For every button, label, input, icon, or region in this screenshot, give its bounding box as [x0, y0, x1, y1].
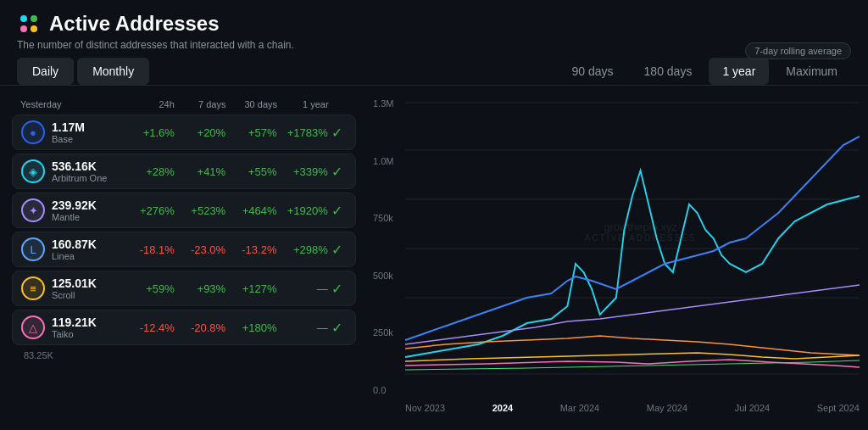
x-label: Mar 2024 — [560, 403, 599, 413]
chart-section: 1.3M1.0M750k500k250k0.0 — [364, 94, 868, 416]
app-icon — [17, 12, 41, 36]
table-row[interactable]: △ 119.21K Taiko -12.4% -20.8% +180% — ✓ — [12, 310, 356, 345]
time-tab-group: 90 days 180 days 1 year Maximum — [559, 58, 851, 85]
watermark: growthepie.xyz ACTIVE ADDRESSES — [585, 221, 697, 243]
table-row[interactable]: ◈ 536.16K Arbitrum One +28% +41% +55% +3… — [12, 154, 356, 189]
check-icon[interactable]: ✓ — [328, 320, 347, 336]
header: Active Addresses — [0, 0, 868, 39]
x-label: May 2024 — [647, 403, 687, 413]
check-icon[interactable]: ✓ — [328, 242, 347, 258]
chart-container: 1.3M1.0M750k500k250k0.0 — [373, 94, 860, 399]
y-label: 1.3M — [373, 98, 405, 109]
check-icon[interactable]: ✓ — [328, 125, 347, 141]
time-1year[interactable]: 1 year — [709, 58, 769, 85]
view-tab-group: Daily Monthly — [17, 58, 149, 85]
x-label: Jul 2024 — [735, 403, 771, 413]
x-axis: Nov 20232024Mar 2024May 2024Jul 2024Sept… — [373, 399, 860, 413]
x-label: Sept 2024 — [817, 403, 860, 413]
svg-point-2 — [20, 25, 27, 32]
svg-point-3 — [31, 25, 37, 32]
check-icon[interactable]: ✓ — [328, 203, 347, 219]
table-row[interactable]: ✦ 239.92K Mantle +276% +523% +464% +1920… — [12, 193, 356, 228]
tab-daily[interactable]: Daily — [17, 58, 74, 85]
watermark-text1: growthepie.xyz — [585, 221, 697, 233]
y-label: 500k — [373, 271, 405, 281]
table-row[interactable]: ● 1.17M Base +1.6% +20% +57% +1783% ✓ — [12, 114, 356, 150]
main-content: Yesterday 24h 7 days 30 days 1 year ● 1.… — [0, 86, 868, 416]
col-24h: 24h — [123, 99, 175, 109]
y-axis: 1.3M1.0M750k500k250k0.0 — [373, 94, 405, 399]
y-label: 0.0 — [373, 385, 405, 395]
y-label: 250k — [373, 327, 405, 338]
col-yesterday: Yesterday — [20, 99, 123, 109]
app-container: Active Addresses The number of distinct … — [0, 0, 868, 416]
table-row[interactable]: ≡ 125.01K Scroll +59% +93% +127% — ✓ — [12, 271, 356, 306]
page-title: Active Addresses — [49, 12, 220, 36]
col-1y: 1 year — [277, 99, 329, 109]
y-label: 750k — [373, 213, 405, 223]
svg-point-0 — [20, 15, 27, 22]
x-label: Nov 2023 — [405, 403, 445, 413]
time-maximum[interactable]: Maximum — [772, 58, 851, 85]
svg-point-1 — [31, 15, 37, 22]
col-7d: 7 days — [175, 99, 226, 109]
check-icon[interactable]: ✓ — [328, 281, 347, 297]
rolling-badge: 7-day rolling average — [745, 42, 851, 59]
table-header: Yesterday 24h 7 days 30 days 1 year — [12, 94, 356, 114]
col-30d: 30 days — [225, 99, 277, 109]
time-90days[interactable]: 90 days — [559, 58, 627, 85]
tab-monthly[interactable]: Monthly — [77, 58, 149, 85]
table-section: Yesterday 24h 7 days 30 days 1 year ● 1.… — [0, 94, 364, 416]
y-label: 1.0M — [373, 156, 405, 166]
x-label: 2024 — [492, 403, 513, 413]
table-row[interactable]: L 160.87K Linea -18.1% -23.0% -13.2% +29… — [12, 232, 356, 267]
check-icon[interactable]: ✓ — [328, 164, 347, 180]
table-rows: ● 1.17M Base +1.6% +20% +57% +1783% ✓ ◈ … — [12, 114, 356, 345]
bottom-hint: 83.25K — [12, 350, 356, 360]
time-180days[interactable]: 180 days — [631, 58, 706, 85]
watermark-text2: ACTIVE ADDRESSES — [585, 233, 697, 243]
controls-row: 7-day rolling average Daily Monthly 90 d… — [0, 58, 868, 86]
page-subtitle: The number of distinct addresses that in… — [0, 39, 868, 58]
